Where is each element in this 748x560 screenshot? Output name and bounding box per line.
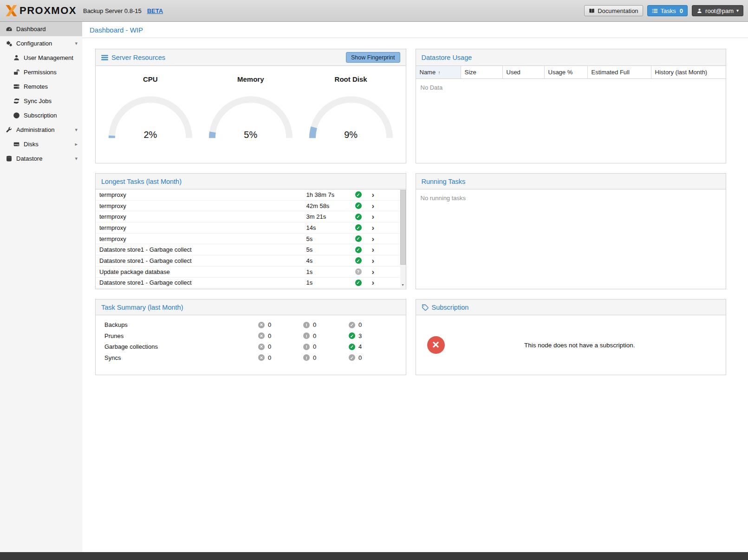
sync-icon xyxy=(13,98,20,104)
panel-title: Task Summary (last Month) xyxy=(101,304,183,311)
sidebar-item-sync-jobs[interactable]: Sync Jobs xyxy=(0,94,82,108)
error-icon xyxy=(258,354,265,361)
user-icon xyxy=(696,8,702,14)
task-row[interactable]: termproxy 5s › xyxy=(96,234,400,245)
sidebar-item-disks[interactable]: Disks ▸ xyxy=(0,137,82,151)
task-row[interactable]: termproxy 14s › xyxy=(96,222,400,234)
task-row[interactable]: termproxy 3m 21s › xyxy=(96,211,400,222)
tachometer-icon xyxy=(6,26,13,33)
summary-label: Prunes xyxy=(104,332,258,339)
caret-down-icon[interactable]: ▾ xyxy=(75,127,78,133)
scrollbar[interactable]: ▼ xyxy=(400,190,406,288)
chevron-right-icon[interactable]: › xyxy=(371,279,400,287)
user-icon xyxy=(13,54,20,61)
longest-tasks-header: Longest Tasks (last Month) xyxy=(96,174,406,189)
sidebar-item-label: Remotes xyxy=(24,83,48,90)
gauge-label: Memory xyxy=(205,75,296,83)
chevron-right-icon[interactable]: › xyxy=(371,257,400,265)
sidebar-item-label: Administration xyxy=(16,126,54,133)
tasks-button[interactable]: Tasks 0 xyxy=(647,5,688,16)
product-version: Backup Server 0.8-15 xyxy=(83,7,142,14)
summary-label: Backups xyxy=(104,321,258,328)
task-row[interactable]: Datastore store1 - Garbage collect 4s › xyxy=(96,255,400,267)
sidebar-item-user-management[interactable]: User Management xyxy=(0,51,82,65)
column-header-size[interactable]: Size xyxy=(461,66,503,78)
bottom-strip xyxy=(0,552,748,560)
no-subscription-icon: × xyxy=(427,336,445,354)
caret-down-icon[interactable]: ▾ xyxy=(75,156,78,162)
sidebar-item-remotes[interactable]: Remotes xyxy=(0,79,82,94)
sidebar-item-configuration[interactable]: Configuration ▾ xyxy=(0,36,82,51)
documentation-label: Documentation xyxy=(598,7,638,14)
sidebar: Dashboard Configuration ▾ User Managemen… xyxy=(0,22,82,552)
subscription-panel: Subscription × This node does not have a… xyxy=(416,299,727,375)
task-row[interactable]: Datastore store1 - Garbage collect 5s › xyxy=(96,244,400,255)
task-row[interactable]: Datastore store1 - Garbage collect 1s › xyxy=(96,278,400,289)
hdd-icon xyxy=(13,141,20,148)
sidebar-item-label: Permissions xyxy=(24,69,57,76)
task-row[interactable]: Update package database 1s › xyxy=(96,267,400,278)
user-menu-button[interactable]: root@pam ▾ xyxy=(692,5,743,16)
column-header-history[interactable]: History (last Month) xyxy=(651,66,726,78)
page-header: Dashboard - WIP xyxy=(82,22,748,38)
sidebar-item-permissions[interactable]: Permissions xyxy=(0,65,82,79)
caret-right-icon[interactable]: ▸ xyxy=(75,141,78,147)
column-header-used[interactable]: Used xyxy=(503,66,545,78)
task-summary-panel: Task Summary (last Month) Backups 0 0 0 … xyxy=(95,299,406,375)
memory-gauge: Memory 5% xyxy=(205,75,296,141)
summary-label: Syncs xyxy=(104,354,258,361)
task-status-unknown-icon xyxy=(355,268,362,275)
caret-down-icon: ▾ xyxy=(736,8,739,13)
tasks-label: Tasks xyxy=(661,7,676,14)
column-header-name[interactable]: Name ↑ xyxy=(416,66,461,78)
column-header-usage[interactable]: Usage % xyxy=(545,66,588,78)
chevron-right-icon[interactable]: › xyxy=(371,191,400,199)
chevron-right-icon[interactable]: › xyxy=(371,213,400,221)
subscription-body: × This node does not have a subscription… xyxy=(416,315,726,375)
ok-icon xyxy=(349,332,355,339)
task-row[interactable]: termproxy 42m 58s › xyxy=(96,201,400,212)
task-status-ok-icon xyxy=(355,224,362,231)
server-resources-panel: Server Resources Show Fingerprint CPU 2%… xyxy=(95,49,406,163)
show-fingerprint-button[interactable]: Show Fingerprint xyxy=(346,52,400,63)
chevron-right-icon[interactable]: › xyxy=(371,246,400,254)
warning-icon xyxy=(303,332,310,339)
sidebar-item-label: Subscription xyxy=(24,112,57,119)
sidebar-item-datastore[interactable]: Datastore ▾ xyxy=(0,151,82,166)
task-row[interactable]: termproxy 1h 38m 7s › xyxy=(96,189,400,201)
beta-link[interactable]: BETA xyxy=(147,7,163,14)
task-status-ok-icon xyxy=(355,214,362,220)
user-name: root@pam xyxy=(705,7,734,14)
longest-tasks-list: termproxy 1h 38m 7s › termproxy 42m 58s … xyxy=(96,189,406,289)
documentation-button[interactable]: Documentation xyxy=(584,5,643,16)
no-data-text: No Data xyxy=(416,79,726,96)
chevron-right-icon[interactable]: › xyxy=(371,268,400,276)
gauge-value: 5% xyxy=(205,130,296,140)
book-icon xyxy=(589,8,595,14)
sidebar-item-dashboard[interactable]: Dashboard xyxy=(0,22,82,36)
caret-down-icon[interactable]: ▾ xyxy=(75,40,78,46)
warning-icon xyxy=(303,354,310,361)
column-header-estimated-full[interactable]: Estimated Full xyxy=(588,66,651,78)
scroll-down-icon[interactable]: ▼ xyxy=(400,282,406,288)
unlock-icon xyxy=(13,69,20,76)
sidebar-item-administration[interactable]: Administration ▾ xyxy=(0,123,82,137)
ok-icon xyxy=(349,322,355,328)
cogs-icon xyxy=(6,40,13,47)
server-resources-header: Server Resources Show Fingerprint xyxy=(96,49,406,66)
wrench-icon xyxy=(6,126,13,133)
datastore-usage-column-headers: Name ↑ Size Used Usage % Estimated Full … xyxy=(416,66,726,79)
running-tasks-header: Running Tasks xyxy=(416,174,726,189)
error-icon xyxy=(258,344,265,350)
main-area: Dashboard - WIP Server Resources Show Fi… xyxy=(82,22,748,552)
scrollbar-thumb[interactable] xyxy=(400,190,406,265)
chevron-right-icon[interactable]: › xyxy=(371,224,400,232)
chevron-right-icon[interactable]: › xyxy=(371,202,400,210)
chevron-right-icon[interactable]: › xyxy=(371,235,400,243)
gauge-value: 2% xyxy=(105,130,196,140)
error-icon xyxy=(258,322,265,328)
ok-icon xyxy=(349,354,355,361)
sidebar-item-subscription[interactable]: Subscription xyxy=(0,108,82,123)
task-status-ok-icon xyxy=(355,247,362,253)
proxmox-x-icon xyxy=(5,4,18,17)
